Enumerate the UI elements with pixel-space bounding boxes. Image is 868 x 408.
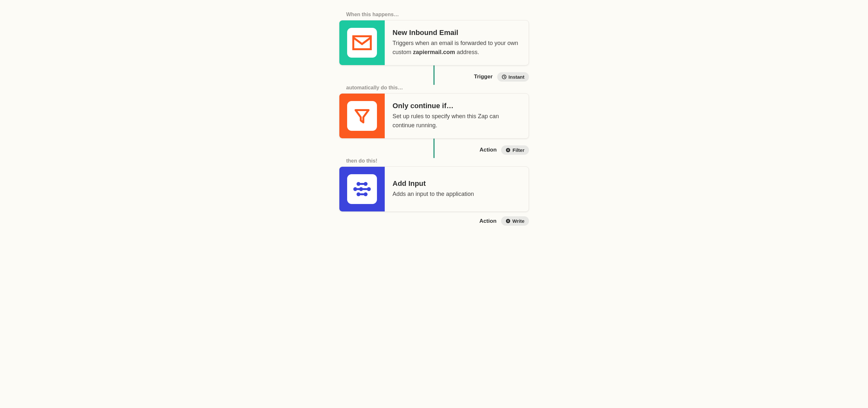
action-meta: Action Write bbox=[339, 216, 529, 226]
svg-point-13 bbox=[364, 192, 368, 196]
trigger-meta-label: Trigger bbox=[474, 73, 493, 80]
clock-icon bbox=[502, 74, 506, 79]
svg-rect-0 bbox=[353, 36, 371, 49]
action-icon-slot bbox=[339, 167, 385, 211]
svg-rect-4 bbox=[360, 183, 364, 185]
instant-badge: Instant bbox=[497, 72, 529, 81]
filter-description: Set up rules to specify when this Zap ca… bbox=[393, 112, 521, 130]
trigger-card-body: New Inbound Email Triggers when an email… bbox=[385, 21, 529, 65]
connector: Trigger Instant bbox=[339, 65, 529, 85]
filter-icon-slot bbox=[339, 94, 385, 138]
write-badge-text: Write bbox=[513, 218, 524, 224]
trigger-card[interactable]: New Inbound Email Triggers when an email… bbox=[339, 20, 529, 65]
filter-badge: Filter bbox=[501, 145, 529, 155]
trigger-icon-slot bbox=[339, 21, 385, 65]
trigger-description: Triggers when an email is forwarded to y… bbox=[393, 39, 521, 57]
action-description: Adds an input to the application bbox=[393, 190, 521, 199]
action-title: Add Input bbox=[393, 179, 521, 188]
filter-card[interactable]: Only continue if… Set up rules to specif… bbox=[339, 93, 529, 139]
step-section-label: automatically do this… bbox=[346, 85, 529, 91]
connector-line bbox=[434, 139, 435, 158]
connector: Action Filter bbox=[339, 139, 529, 158]
filter-badge-text: Filter bbox=[513, 147, 524, 153]
svg-rect-9 bbox=[362, 188, 368, 190]
step-section-label: When this happens… bbox=[346, 12, 529, 18]
action-meta-label: Action bbox=[479, 218, 497, 225]
filter-card-body: Only continue if… Set up rules to specif… bbox=[385, 94, 529, 138]
instant-badge-text: Instant bbox=[508, 74, 524, 80]
connector-line bbox=[434, 65, 435, 85]
filter-title: Only continue if… bbox=[393, 102, 521, 110]
funnel-icon bbox=[347, 101, 377, 131]
svg-point-10 bbox=[367, 187, 371, 191]
write-badge: Write bbox=[501, 216, 529, 226]
action-card[interactable]: Add Input Adds an input to the applicati… bbox=[339, 166, 529, 212]
bolt-icon bbox=[506, 218, 510, 224]
trigger-title: New Inbound Email bbox=[393, 29, 521, 37]
zap-flow: When this happens… New Inbound Email Tri… bbox=[339, 12, 529, 396]
svg-rect-12 bbox=[360, 193, 364, 195]
bolt-icon bbox=[506, 148, 510, 152]
filter-meta-label: Action bbox=[479, 147, 497, 153]
step-section-label: then do this! bbox=[346, 158, 529, 164]
nodes-icon bbox=[347, 174, 377, 204]
envelope-icon bbox=[347, 28, 377, 58]
action-card-body: Add Input Adds an input to the applicati… bbox=[385, 167, 529, 211]
svg-point-5 bbox=[364, 182, 368, 186]
